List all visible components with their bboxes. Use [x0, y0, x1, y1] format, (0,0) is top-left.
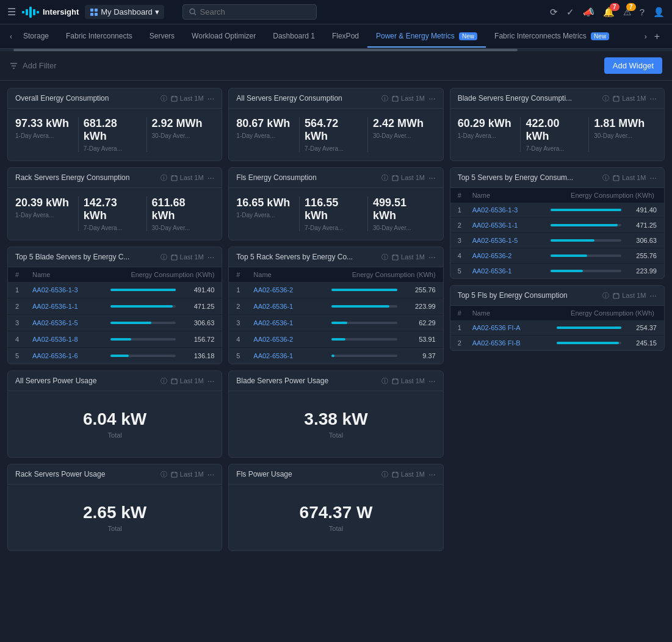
widget-overall-energy-title: Overall Energy Consumption: [15, 94, 157, 103]
calendar-icon-rack: [171, 175, 178, 181]
rack-power-value: 2.65 kW: [83, 503, 146, 522]
all-power-value: 6.04 kW: [83, 409, 146, 429]
rack-row-3: 3 AA02-6536-1 62.29: [229, 315, 443, 331]
cisco-svg-icon: [22, 7, 39, 18]
search-input[interactable]: [200, 7, 310, 16]
widget-rack-power-info[interactable]: ⓘ: [161, 470, 167, 479]
widget-all-power-more[interactable]: ···: [208, 376, 215, 386]
svg-rect-0: [22, 11, 24, 13]
cisco-logo: Intersight: [22, 7, 79, 18]
row3-name[interactable]: AA02-6536-1-5: [472, 237, 546, 244]
widget-blade-power-period: Last 1M: [392, 377, 425, 384]
widget-all-servers-energy-header: All Servers Energy Consumption ⓘ Last 1M…: [229, 88, 443, 109]
filter-placeholder[interactable]: Add Filter: [23, 61, 57, 70]
row4-name[interactable]: AA02-6536-2: [472, 252, 546, 259]
widget-rack-energy-info[interactable]: ⓘ: [161, 173, 167, 182]
fis-row1-name[interactable]: AA02-6536 FI-A: [472, 324, 552, 331]
refresh-icon[interactable]: ⟳: [550, 7, 558, 18]
widget-top5-blade-info[interactable]: ⓘ: [161, 253, 167, 262]
widget-top5-rack-more[interactable]: ···: [428, 252, 436, 262]
status-icon[interactable]: ✓: [566, 7, 574, 18]
row5-value: 223.99: [626, 267, 657, 275]
calendar-icon-fis-power: [392, 471, 399, 478]
widget-rack-power-period: Last 1M: [171, 471, 204, 478]
tab-scroll-left[interactable]: ‹: [7, 30, 15, 43]
row1-name[interactable]: AA02-6536-1-3: [472, 206, 546, 214]
calendar-icon: [171, 95, 178, 102]
row2-name[interactable]: AA02-6536-1-1: [472, 222, 546, 229]
widget-top5-rack-energy: Top 5 Rack Servers by Energy Co... ⓘ Las…: [228, 247, 443, 364]
widget-blade-power-more[interactable]: ···: [428, 376, 436, 386]
megaphone-icon[interactable]: 📣: [583, 7, 594, 18]
widget-blade-energy-more[interactable]: ···: [649, 93, 657, 103]
widget-fis-energy-info[interactable]: ⓘ: [381, 173, 388, 182]
calendar-icon-all-power: [171, 378, 178, 384]
widget-top5-servers-title: Top 5 Servers by Energy Consum...: [458, 173, 599, 182]
blade-table-row-2: 2 AA02-6536-1-1 471.25: [8, 298, 222, 315]
tab-bar: ‹ Storage Fabric Interconnects Servers W…: [0, 24, 672, 49]
widget-fis-power-title: Fls Power Usage: [236, 470, 378, 478]
widget-all-servers-energy-info[interactable]: ⓘ: [381, 94, 388, 103]
widget-all-servers-energy-more[interactable]: ···: [428, 93, 436, 103]
bell-icon[interactable]: 🔔 7: [603, 7, 615, 18]
tab-dashboard1[interactable]: Dashboard 1: [264, 26, 323, 48]
rack-stat-30day: 611.68 kWh 30-Day Aver...: [147, 197, 215, 231]
search-icon: [189, 8, 197, 16]
widget-all-power-info[interactable]: ⓘ: [161, 377, 167, 386]
warning-icon[interactable]: ⚠ 7: [623, 7, 631, 18]
all-stat-7day: 564.72 kWh 7-Day Avera...: [300, 117, 368, 152]
widget-rack-power-body: 2.65 kW Total: [8, 485, 222, 550]
widget-overall-energy-info[interactable]: ⓘ: [161, 94, 167, 103]
widget-overall-energy-more[interactable]: ···: [208, 93, 215, 103]
widget-top5-servers-more[interactable]: ···: [649, 173, 657, 182]
add-widget-button[interactable]: Add Widget: [604, 57, 662, 74]
dashboard-label: My Dashboard: [101, 7, 153, 16]
widget-blade-energy-info[interactable]: ⓘ: [602, 94, 609, 103]
dashboard-selector[interactable]: My Dashboard ▾: [85, 5, 164, 19]
widget-fis-energy-more[interactable]: ···: [428, 173, 436, 182]
user-icon[interactable]: 👤: [653, 7, 665, 18]
widget-top5-fis-more[interactable]: ···: [649, 290, 657, 300]
calendar-icon-2: [392, 95, 399, 102]
widget-top5-fis-info[interactable]: ⓘ: [602, 291, 609, 300]
tab-fabric-metrics[interactable]: Fabric Interconnects Metrics New: [486, 26, 618, 48]
widget-top5-blade-header: Top 5 Blade Servers by Energy C... ⓘ Las…: [8, 247, 222, 267]
blade-stat-7day: 422.00 kWh 7-Day Avera...: [521, 117, 589, 152]
tab-workload-optimizer[interactable]: Workload Optimizer: [183, 26, 264, 48]
search-bar[interactable]: [182, 4, 317, 20]
widget-fis-energy-period: Last 1M: [392, 174, 425, 181]
widget-rack-power-more[interactable]: ···: [208, 469, 215, 479]
widget-top5-blade-period: Last 1M: [171, 253, 204, 261]
fis-stat-1day: 16.65 kWh 1-Day Avera...: [236, 197, 300, 231]
fis-power-value: 674.37 W: [300, 503, 373, 522]
widget-fis-power-more[interactable]: ···: [428, 469, 436, 479]
help-icon[interactable]: ?: [640, 7, 645, 17]
widget-top5-fis-energy: Top 5 Fls by Energy Consumption ⓘ Last 1…: [450, 285, 665, 351]
widget-overall-energy-stats: 97.33 kWh 1-Day Avera... 681.28 kWh 7-Da…: [8, 109, 222, 161]
menu-icon[interactable]: ☰: [7, 6, 16, 18]
tab-flexpod[interactable]: FlexPod: [323, 26, 367, 48]
tab-fabric-interconnects[interactable]: Fabric Interconnects: [57, 26, 141, 48]
tab-add-button[interactable]: +: [649, 26, 665, 47]
widget-top5-rack-info[interactable]: ⓘ: [381, 253, 388, 262]
widget-top5-blade-more[interactable]: ···: [208, 252, 215, 262]
widget-fis-energy: Fls Energy Consumption ⓘ Last 1M ··· 16.…: [228, 167, 443, 240]
row5-name[interactable]: AA02-6536-1: [472, 267, 546, 275]
widget-top5-blade-title: Top 5 Blade Servers by Energy C...: [15, 253, 157, 261]
rack-stat-7day: 142.73 kWh 7-Day Avera...: [79, 197, 147, 231]
widget-top5-servers-info[interactable]: ⓘ: [602, 173, 609, 182]
tab-servers[interactable]: Servers: [141, 26, 183, 48]
widget-all-servers-energy-period: Last 1M: [392, 95, 425, 102]
tab-power-energy[interactable]: Power & Energy Metrics New: [367, 26, 486, 48]
widget-top5-blade-energy: Top 5 Blade Servers by Energy C... ⓘ Las…: [7, 247, 222, 364]
widget-top5-fis-header: Top 5 Fls by Energy Consumption ⓘ Last 1…: [450, 286, 664, 306]
fis-row2-name[interactable]: AA02-6536 FI-B: [472, 339, 552, 347]
fis-row1-num: 1: [458, 324, 472, 331]
widget-blade-power-info[interactable]: ⓘ: [381, 377, 388, 386]
widget-rack-energy-more[interactable]: ···: [208, 173, 215, 182]
tab-storage[interactable]: Storage: [15, 26, 57, 48]
tab-scroll-right[interactable]: ›: [642, 30, 649, 43]
widget-fis-power-info[interactable]: ⓘ: [381, 470, 388, 479]
widget-top5-fis-title: Top 5 Fls by Energy Consumption: [458, 291, 599, 300]
svg-rect-32: [392, 176, 398, 181]
